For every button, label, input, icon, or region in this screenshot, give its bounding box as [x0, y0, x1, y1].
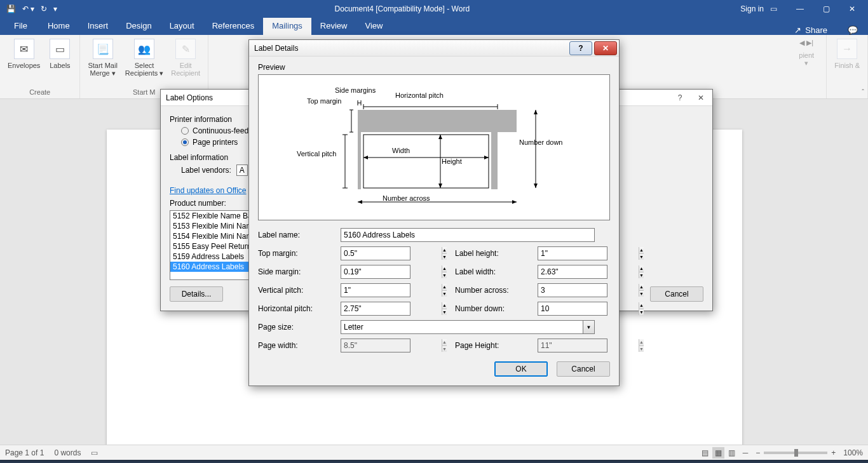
labels-label: Labels: [50, 62, 70, 69]
tab-review[interactable]: Review: [311, 18, 356, 35]
group-create-label: Create: [4, 88, 76, 97]
top-margin-label: Top margin:: [258, 249, 341, 258]
label-height-label: Label height:: [455, 249, 538, 258]
tab-insert[interactable]: Insert: [79, 18, 118, 35]
side-margin-field[interactable]: ▲▼: [341, 265, 410, 279]
find-updates-link[interactable]: Find updates on Office: [170, 186, 247, 195]
v-pitch-input[interactable]: [341, 284, 442, 297]
envelope-icon: ✉: [14, 39, 34, 59]
close-window-icon[interactable]: ✕: [849, 4, 855, 13]
v-pitch-field[interactable]: ▲▼: [341, 283, 410, 297]
close-icon[interactable]: ✕: [691, 91, 710, 105]
zoom-level[interactable]: 100%: [843, 448, 863, 457]
qat-more-icon[interactable]: ▾: [53, 4, 57, 13]
word-count[interactable]: 0 words: [54, 448, 81, 457]
spinner-icon[interactable]: ▲▼: [442, 265, 447, 278]
continuous-label: Continuous-feed: [193, 126, 248, 135]
page-size-dropdown[interactable]: Letter▼: [341, 320, 595, 334]
edit-label: Edit Recipient: [171, 62, 200, 77]
comments-icon[interactable]: 💬: [837, 22, 868, 35]
vendors-dropdown[interactable]: A: [236, 164, 248, 176]
tab-view[interactable]: View: [356, 18, 391, 35]
cancel-button[interactable]: Cancel: [557, 361, 610, 377]
details-button[interactable]: Details...: [170, 286, 223, 302]
preview-partial-label: pient ▾: [799, 51, 814, 67]
chevron-down-icon[interactable]: ▼: [583, 321, 594, 333]
edit-icon: ✎: [175, 39, 196, 59]
top-margin-input[interactable]: [341, 247, 442, 260]
top-margin-field[interactable]: ▲▼: [341, 246, 410, 260]
num-down-field[interactable]: ▲▼: [538, 302, 607, 316]
proofing-icon[interactable]: ▭: [91, 448, 98, 457]
sign-in-link[interactable]: Sign in: [740, 4, 764, 13]
page-status[interactable]: Page 1 of 1: [5, 448, 44, 457]
h-pitch-input[interactable]: [341, 302, 442, 315]
tab-mailings[interactable]: Mailings: [263, 18, 311, 35]
share-button[interactable]: ↗Share: [784, 22, 837, 35]
recipients-label: Select Recipients ▾: [125, 62, 163, 77]
label-width-input[interactable]: [538, 265, 639, 278]
mail-merge-icon: 📃: [93, 39, 113, 59]
help-icon[interactable]: ?: [670, 91, 689, 105]
label-height-field[interactable]: ▲▼: [538, 246, 607, 260]
close-icon[interactable]: ✕: [594, 41, 617, 55]
tab-layout[interactable]: Layout: [161, 18, 203, 35]
label-name-field[interactable]: 5160 Address Labels: [341, 228, 595, 242]
svg-marker-24: [534, 184, 538, 188]
web-layout-icon[interactable]: ▥: [728, 448, 735, 457]
page-width-label: Page width:: [258, 341, 341, 350]
help-icon[interactable]: ?: [569, 41, 592, 55]
num-down-input[interactable]: [538, 302, 639, 315]
page-printers-label: Page printers: [193, 138, 238, 147]
spinner-icon[interactable]: ▲▼: [442, 284, 447, 297]
collapse-ribbon-icon[interactable]: ˆ: [862, 88, 864, 96]
undo-icon[interactable]: ↶ ▾: [22, 4, 34, 13]
tab-references[interactable]: References: [203, 18, 263, 35]
tab-file[interactable]: File: [3, 18, 39, 35]
page-size-label: Page size:: [258, 323, 341, 332]
start-mail-merge-button[interactable]: 📃Start Mail Merge ▾: [84, 36, 121, 88]
spinner-icon[interactable]: ▲▼: [639, 247, 644, 260]
print-layout-icon[interactable]: ▦: [712, 447, 724, 459]
svg-marker-27: [512, 200, 517, 204]
spinner-icon[interactable]: ▲▼: [639, 302, 644, 315]
label-details-title: Label Details: [254, 44, 298, 53]
spinner-icon[interactable]: ▲▼: [442, 302, 447, 315]
display-mode-icon[interactable]: ▭: [770, 4, 777, 13]
save-icon[interactable]: 💾: [6, 4, 16, 13]
minimize-icon[interactable]: —: [796, 4, 804, 13]
page-width-field: ▲▼: [341, 339, 410, 352]
spinner-icon: ▲▼: [639, 339, 644, 352]
envelopes-button[interactable]: ✉Envelopes: [4, 36, 44, 88]
cancel-button[interactable]: Cancel: [650, 286, 703, 302]
labels-button[interactable]: ▭Labels: [44, 36, 76, 88]
vendors-label: Label vendors:: [181, 166, 231, 175]
spinner-icon[interactable]: ▲▼: [442, 247, 447, 260]
side-margin-label: Side margin:: [258, 267, 341, 276]
zoom-slider[interactable]: [764, 452, 827, 454]
label-height-input[interactable]: [538, 247, 639, 260]
label-name-label: Label name:: [258, 231, 341, 239]
maximize-icon[interactable]: ▢: [823, 4, 830, 13]
tab-design[interactable]: Design: [117, 18, 160, 35]
zoom-out-icon[interactable]: −: [756, 448, 760, 457]
h-pitch-field[interactable]: ▲▼: [341, 302, 410, 316]
spinner-icon[interactable]: ▲▼: [639, 265, 644, 278]
page-height-field: ▲▼: [538, 339, 607, 352]
num-across-field[interactable]: ▲▼: [538, 283, 607, 297]
label-width-label: Label width:: [455, 267, 538, 276]
taskbar: [0, 460, 868, 463]
read-mode-icon[interactable]: ▤: [702, 448, 709, 457]
finish-label: Finish &: [834, 62, 860, 69]
title-bar: 💾 ↶ ▾ ↻ ▾ Document4 [Compatibility Mode]…: [0, 0, 868, 18]
redo-icon[interactable]: ↻: [41, 4, 47, 13]
side-margin-input[interactable]: [341, 265, 442, 278]
ok-button[interactable]: OK: [494, 361, 548, 377]
tab-home[interactable]: Home: [39, 18, 79, 35]
share-icon: ↗: [794, 25, 801, 35]
select-recipients-button[interactable]: 👥Select Recipients ▾: [121, 36, 167, 88]
zoom-in-icon[interactable]: +: [831, 448, 836, 457]
num-across-input[interactable]: [538, 284, 639, 297]
label-width-field[interactable]: ▲▼: [538, 265, 607, 279]
spinner-icon[interactable]: ▲▼: [639, 284, 644, 297]
